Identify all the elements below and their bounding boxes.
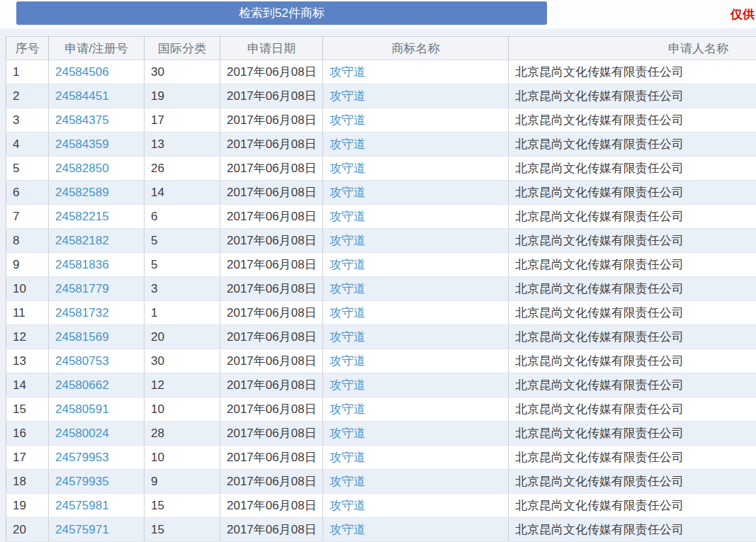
cell-applicant-name: 北京昆尚文化传媒有限责任公司	[509, 157, 756, 181]
cell-intl-class: 30	[145, 60, 220, 84]
cell-application-number: 24584375	[49, 108, 145, 132]
cell-application-date: 2017年06月08日	[220, 349, 323, 373]
cell-applicant-name: 北京昆尚文化传媒有限责任公司	[509, 446, 756, 470]
cell-application-number: 24584359	[49, 132, 145, 157]
cell-index: 20	[6, 518, 49, 542]
cell-application-date: 2017年06月08日	[220, 84, 323, 108]
cell-index: 10	[6, 277, 49, 301]
cell-trademark-name: 攻守道	[323, 446, 509, 470]
application-number-link[interactable]: 24582589	[55, 186, 109, 199]
table-row: 1424580662122017年06月08日攻守道北京昆尚文化传媒有限责任公司	[6, 373, 756, 397]
trademark-name-link[interactable]: 攻守道	[329, 282, 366, 295]
application-number-link[interactable]: 24575981	[55, 499, 109, 512]
trademark-name-link[interactable]: 攻守道	[329, 451, 366, 464]
trademark-name-link[interactable]: 攻守道	[329, 162, 366, 175]
application-number-link[interactable]: 24582850	[55, 162, 109, 175]
trademark-name-link[interactable]: 攻守道	[329, 186, 366, 199]
trademark-name-link[interactable]: 攻守道	[329, 330, 366, 344]
cell-index: 1	[6, 60, 49, 84]
table-row: 324584375172017年06月08日攻守道北京昆尚文化传媒有限责任公司	[6, 108, 756, 132]
cell-application-number: 24582850	[49, 157, 145, 181]
trademark-name-link[interactable]: 攻守道	[329, 113, 366, 127]
cell-application-number: 24575971	[49, 518, 145, 542]
cell-application-date: 2017年06月08日	[220, 60, 323, 84]
application-number-link[interactable]: 24584375	[55, 113, 109, 127]
cell-trademark-name: 攻守道	[323, 301, 509, 325]
application-number-link[interactable]: 24580591	[55, 402, 109, 416]
application-number-link[interactable]: 24581836	[55, 258, 109, 271]
table-body: 124584506302017年06月08日攻守道北京昆尚文化传媒有限责任公司2…	[6, 60, 756, 542]
cell-trademark-name: 攻守道	[323, 325, 509, 349]
cell-trademark-name: 攻守道	[323, 108, 509, 132]
application-number-link[interactable]: 24582215	[55, 210, 109, 223]
trademark-name-link[interactable]: 攻守道	[329, 258, 366, 271]
cell-index: 9	[6, 253, 49, 277]
cell-application-date: 2017年06月08日	[220, 277, 323, 301]
application-number-link[interactable]: 24584359	[55, 137, 109, 151]
trademark-name-link[interactable]: 攻守道	[329, 306, 366, 320]
trademark-name-link[interactable]: 攻守道	[329, 354, 366, 368]
application-number-link[interactable]: 24584451	[55, 89, 109, 103]
trademark-name-link[interactable]: 攻守道	[329, 210, 366, 223]
trademark-name-link[interactable]: 攻守道	[329, 523, 366, 536]
cell-intl-class: 5	[145, 253, 220, 277]
cell-application-date: 2017年06月08日	[220, 494, 323, 518]
cell-application-date: 2017年06月08日	[220, 157, 323, 181]
trademark-name-link[interactable]: 攻守道	[329, 402, 366, 416]
cell-applicant-name: 北京昆尚文化传媒有限责任公司	[509, 108, 756, 132]
cell-trademark-name: 攻守道	[323, 518, 509, 542]
cell-applicant-name: 北京昆尚文化传媒有限责任公司	[509, 470, 756, 494]
table-row: 112458173212017年06月08日攻守道北京昆尚文化传媒有限责任公司	[6, 301, 756, 325]
cell-index: 19	[6, 494, 49, 518]
application-number-link[interactable]: 24581569	[55, 330, 109, 344]
application-number-link[interactable]: 24581779	[55, 282, 109, 295]
application-number-link[interactable]: 24582182	[55, 234, 109, 247]
cell-trademark-name: 攻守道	[323, 494, 509, 518]
cell-intl-class: 20	[145, 325, 220, 349]
trademark-name-link[interactable]: 攻守道	[329, 499, 366, 512]
cell-applicant-name: 北京昆尚文化传媒有限责任公司	[509, 518, 756, 542]
application-number-link[interactable]: 24575971	[55, 523, 109, 536]
table-row: 1924575981152017年06月08日攻守道北京昆尚文化传媒有限责任公司	[6, 494, 756, 518]
cell-trademark-name: 攻守道	[323, 373, 509, 397]
cell-application-date: 2017年06月08日	[220, 229, 323, 253]
cell-trademark-name: 攻守道	[323, 253, 509, 277]
cell-trademark-name: 攻守道	[323, 229, 509, 253]
application-number-link[interactable]: 24580024	[55, 427, 109, 440]
cell-index: 16	[6, 422, 49, 446]
application-number-link[interactable]: 24580662	[55, 378, 109, 392]
cell-trademark-name: 攻守道	[323, 422, 509, 446]
cell-application-date: 2017年06月08日	[220, 253, 323, 277]
application-number-link[interactable]: 24584506	[55, 65, 109, 79]
cell-index: 17	[6, 446, 49, 470]
application-number-link[interactable]: 24580753	[55, 354, 109, 368]
cell-intl-class: 14	[145, 181, 220, 205]
trademark-name-link[interactable]: 攻守道	[329, 65, 366, 79]
cell-applicant-name: 北京昆尚文化传媒有限责任公司	[509, 84, 756, 108]
trademark-name-link[interactable]: 攻守道	[329, 234, 366, 247]
trademark-name-link[interactable]: 攻守道	[329, 427, 366, 440]
cell-application-number: 24582215	[49, 205, 145, 229]
trademark-name-link[interactable]: 攻守道	[329, 89, 366, 103]
cell-index: 6	[6, 181, 49, 205]
cell-application-date: 2017年06月08日	[220, 181, 323, 205]
trademark-name-link[interactable]: 攻守道	[329, 137, 366, 151]
cell-intl-class: 15	[145, 518, 220, 542]
cell-applicant-name: 北京昆尚文化传媒有限责任公司	[509, 325, 756, 349]
cell-index: 5	[6, 157, 49, 181]
application-number-link[interactable]: 24581732	[55, 306, 109, 320]
cell-application-number: 24582182	[49, 229, 145, 253]
cell-trademark-name: 攻守道	[323, 397, 509, 422]
cell-applicant-name: 北京昆尚文化传媒有限责任公司	[509, 494, 756, 518]
application-number-link[interactable]: 24579953	[55, 451, 109, 464]
cell-intl-class: 6	[145, 205, 220, 229]
cell-application-number: 24579953	[49, 446, 145, 470]
result-count-banner: 检索到52件商标	[16, 1, 547, 25]
cell-trademark-name: 攻守道	[323, 157, 509, 181]
table-row: 2024575971152017年06月08日攻守道北京昆尚文化传媒有限责任公司	[6, 518, 756, 542]
trademark-name-link[interactable]: 攻守道	[329, 475, 366, 488]
table-row: 124584506302017年06月08日攻守道北京昆尚文化传媒有限责任公司	[6, 60, 756, 84]
application-number-link[interactable]: 24579935	[55, 475, 109, 488]
cell-application-number: 24580753	[49, 349, 145, 373]
trademark-name-link[interactable]: 攻守道	[329, 378, 366, 392]
